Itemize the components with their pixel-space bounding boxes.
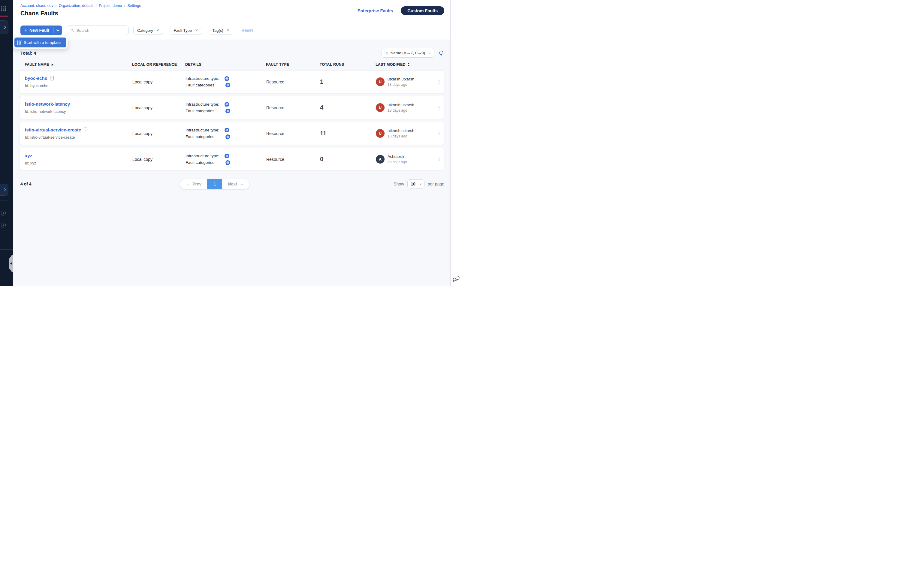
fault-name-link[interactable]: istio-network-latency	[25, 101, 70, 107]
kebab-menu-icon	[438, 105, 440, 110]
fault-name-link[interactable]: istio-virtual-service-create	[25, 127, 81, 132]
breadcrumb-separator: ›	[56, 4, 57, 8]
fault-name-cell: byoc-echo Id: byoc-echo	[25, 76, 132, 88]
sidebar-divider	[0, 200, 8, 201]
breadcrumb-project[interactable]: Project: demo	[99, 4, 122, 8]
infrastructure-type-label: Infrastructure type:	[185, 102, 219, 107]
help-chat-button[interactable]	[452, 275, 460, 284]
breadcrumb-organization[interactable]: Organization: default	[59, 4, 93, 8]
fault-type-value: Resource	[266, 131, 320, 136]
modified-time: 13 days ago	[387, 82, 414, 87]
kubernetes-icon: ☸	[224, 128, 229, 133]
row-menu-button[interactable]	[434, 131, 444, 136]
details-cell: Infrastructure type: ☸ Fault categories:…	[185, 154, 266, 165]
filter-label: Tag(s)	[213, 28, 223, 33]
column-last-modified[interactable]: LAST MODIFIED	[376, 62, 434, 67]
filter-chip-category[interactable]: Category ✕	[133, 26, 163, 35]
chevron-down-icon	[419, 182, 421, 185]
filter-chip-tags[interactable]: Tag(s) ✕	[208, 26, 233, 35]
filter-label: Category	[137, 28, 153, 33]
close-icon[interactable]: ✕	[227, 28, 230, 33]
search-input[interactable]	[76, 28, 126, 33]
sort-asc-icon	[51, 64, 53, 65]
app-root: i i Account: chaos-dev › Organization: d…	[0, 0, 462, 286]
kubernetes-icon: ☸	[224, 154, 229, 159]
fault-row: byoc-echo Id: byoc-echo Local copy Infra…	[19, 70, 444, 93]
last-modified-cell: U utkarsh.utkarsh 13 days ago	[376, 77, 434, 87]
details-cell: Infrastructure type: ☸ Fault categories:…	[185, 102, 266, 113]
current-page-button[interactable]: 1	[207, 179, 222, 189]
fault-id: Id: xyz	[25, 161, 132, 165]
modified-by-user: utkarsh.utkarsh	[387, 77, 414, 81]
total-runs-value: 0	[320, 156, 376, 163]
fault-id: Id: istio-network-latency	[25, 109, 132, 114]
page-header: Account: chaos-dev › Organization: defau…	[13, 0, 450, 21]
fault-name-cell: istio-network-latency Id: istio-network-…	[25, 101, 132, 114]
close-icon[interactable]: ✕	[156, 28, 159, 33]
fault-row: istio-network-latency Id: istio-network-…	[19, 96, 444, 119]
avatar: A	[376, 155, 384, 163]
left-nav-sidebar: i i	[0, 0, 13, 286]
template-icon	[17, 40, 21, 45]
last-modified-cell: A Ashutosh an hour ago	[376, 154, 434, 164]
column-fault-name[interactable]: FAULT NAME	[25, 62, 132, 67]
prev-page-button[interactable]: ← Prev	[180, 179, 207, 189]
app-launcher-icon[interactable]	[1, 6, 6, 11]
fault-name-link[interactable]: byoc-echo	[25, 76, 47, 81]
result-count: 4 of 4	[20, 182, 31, 187]
toolbar: + New Fault Category ✕ Fault Type ✕ Tag(…	[13, 21, 450, 40]
infrastructure-type-label: Infrastructure type:	[185, 154, 219, 158]
info-icon[interactable]: i	[1, 211, 6, 216]
new-fault-button[interactable]: + New Fault	[20, 25, 53, 35]
new-fault-caret-button[interactable]	[53, 25, 62, 35]
refresh-icon	[438, 50, 444, 56]
new-fault-label: New Fault	[30, 28, 49, 33]
row-menu-button[interactable]	[434, 157, 444, 162]
fault-name-cell: xyz Id: xyz	[25, 153, 132, 165]
total-runs-value: 11	[320, 130, 376, 137]
filter-chip-fault-type[interactable]: Fault Type ✕	[170, 26, 202, 35]
refresh-button[interactable]	[438, 50, 444, 56]
sort-select[interactable]: ↑↓ Name (A→Z, 0→9)	[381, 48, 434, 58]
modified-time: an hour ago	[387, 160, 407, 164]
sidebar-expand-button[interactable]	[0, 20, 8, 34]
start-with-template-item[interactable]: Start with a template	[14, 37, 66, 47]
fault-id: Id: istio-virtual-service-create	[25, 135, 132, 140]
modified-by-user: utkarsh.utkarsh	[387, 103, 414, 107]
sort-both-icon	[408, 63, 410, 66]
kubernetes-icon: ☸	[226, 109, 230, 113]
next-label: Next	[228, 182, 237, 187]
breadcrumb-separator: ›	[124, 4, 125, 8]
total-count: Total: 4	[20, 50, 36, 56]
column-label: TOTAL RUNS	[320, 62, 344, 67]
custom-faults-button[interactable]: Custom Faults	[401, 6, 444, 15]
per-page-label: per page	[428, 182, 444, 187]
fault-rows: byoc-echo Id: byoc-echo Local copy Infra…	[13, 70, 450, 171]
document-icon	[84, 127, 87, 132]
fault-categories-label: Fault categories:	[185, 83, 216, 87]
modified-by-user: Ashutosh	[387, 154, 407, 159]
reset-filters-button[interactable]: Reset	[241, 28, 253, 33]
avatar: U	[376, 129, 384, 138]
next-page-button[interactable]: Next →	[222, 179, 249, 189]
fault-categories-label: Fault categories:	[185, 160, 216, 165]
column-label: LOCAL OR REFERENCE	[132, 62, 177, 67]
last-modified-cell: U utkarsh.utkarsh 13 days ago	[376, 129, 434, 138]
main-area: Account: chaos-dev › Organization: defau…	[13, 0, 450, 286]
sidebar-expand-bottom-button[interactable]	[0, 183, 8, 196]
page-size-select[interactable]: 10	[408, 179, 425, 188]
sidebar-collapse-handle[interactable]	[9, 255, 13, 272]
fault-name-link[interactable]: xyz	[25, 153, 32, 158]
info-icon[interactable]: i	[1, 223, 6, 227]
close-icon[interactable]: ✕	[195, 28, 198, 33]
enterprise-faults-link[interactable]: Enterprise Faults	[358, 8, 393, 13]
sort-label: Name (A→Z, 0→9)	[390, 51, 425, 55]
new-fault-split-button: + New Fault	[20, 25, 62, 35]
breadcrumb-settings[interactable]: Settings	[127, 4, 141, 8]
chevron-down-icon	[429, 51, 431, 53]
infrastructure-type-label: Infrastructure type:	[185, 76, 219, 81]
plus-icon: +	[24, 28, 27, 33]
breadcrumb-account[interactable]: Account: chaos-dev	[20, 4, 53, 8]
row-menu-button[interactable]	[434, 79, 444, 84]
row-menu-button[interactable]	[434, 105, 444, 110]
